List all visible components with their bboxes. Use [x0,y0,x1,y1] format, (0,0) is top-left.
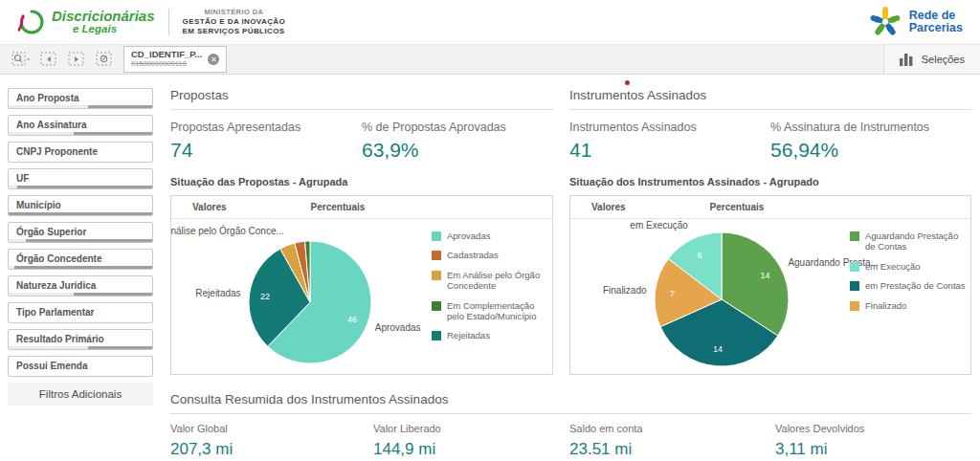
slice-value: 14 [713,344,723,354]
legend-label: Aprovadas [447,230,490,241]
filter-natureza-juridica[interactable]: Natureza Jurídica [8,275,153,296]
filter-ano-assinatura[interactable]: Ano Assinatura [8,115,153,136]
kpi-pct-propostas-aprovadas: % de Propostas Aprovadas 63,9% [362,121,553,162]
filter-ano-proposta[interactable]: Ano Proposta [8,88,153,109]
legend-swatch [432,251,441,260]
kpi-pct-assinatura: % Assinatura de Instrumentos 56,94% [770,121,971,162]
legend-item-em-prestacao-de-contas[interactable]: em Prestação de Contas [850,280,967,291]
legend-item-rejeitadas[interactable]: Rejeitadas [432,330,548,340]
resumo-section-title: Consulta Resumida dos Instrumentos Assin… [170,392,971,414]
legend-label: Rejeitadas [447,330,490,340]
instrumentos-legend: Aguardando Prestação de Contasem Execuçã… [850,230,967,319]
selections-button[interactable]: Seleções [883,45,980,74]
app-header: Discricionárias e Legais MINISTÉRIO DA G… [0,0,980,44]
tab-valores[interactable]: Valores [591,202,626,212]
filter-scrollbar[interactable] [9,293,152,296]
slice-value: 7 [670,289,675,298]
rede-parcerias-logo: Rede de Parcerias [868,5,963,39]
selection-tab-value: 01580000000118 [131,60,202,69]
legend-item-em-analise-pelo-orgao-concedente[interactable]: Em Análise pelo Órgão Concedente [432,270,548,292]
slice-value: 22 [260,292,270,301]
close-icon[interactable]: ✕ [208,54,219,65]
filter-scrollbar[interactable] [9,266,152,269]
legend-swatch [432,331,441,340]
legend-item-cadastradas[interactable]: Cadastradas [432,250,548,260]
tab-percentuais[interactable]: Percentuais [710,202,765,212]
legend-swatch [432,271,441,280]
app-logo-line2: e Legais [73,24,155,35]
clear-selections-icon[interactable] [95,51,114,68]
kpi-instrumentos-assinados: Instrumentos Assinados 41 [569,121,770,162]
filter-possui-emenda[interactable]: Possui Emenda [8,356,153,377]
filter-tipo-parlamentar[interactable]: Tipo Parlamentar [8,302,153,323]
slice-value: 6 [698,251,702,260]
filter-cnpj-proponente[interactable]: CNPJ Proponente [8,142,153,163]
slice-value: 14 [760,271,769,280]
legend-label: em Execução [865,261,921,272]
legend-item-finalizado[interactable]: Finalizado [850,300,967,311]
legend-swatch [850,262,859,272]
instrumentos-section: Instrumentos Assinados Instrumentos Assi… [569,88,971,375]
legend-item-em-complementacao-pelo-estado-municipio[interactable]: Em Complementação pelo Estado/Município [432,300,548,322]
legend-swatch [850,301,859,311]
slice-label: Rejeitadas [195,288,240,298]
step-back-icon[interactable] [39,51,58,68]
tab-valores[interactable]: Valores [192,202,227,212]
legend-label: em Prestação de Contas [865,280,966,291]
propostas-section: Propostas Propostas Apresentadas 74 % de… [170,88,553,375]
red-dot-marker [625,80,630,85]
filter-scrollbar[interactable] [9,105,152,108]
selections-icon [900,54,913,66]
partner-logo-line2: Parcerias [909,22,963,35]
kpi-valores-devolvidos: Valores Devolvidos 3,11 mi [775,423,971,459]
instrumentos-section-title: Instrumentos Assinados [569,88,971,110]
step-forward-icon[interactable] [67,51,86,68]
rede-parcerias-star-icon [868,5,902,39]
legend-item-aprovadas[interactable]: Aprovadas [432,230,548,241]
kpi-propostas-apresentadas: Propostas Apresentadas 74 [170,121,362,162]
kpi-saldo-em-conta: Saldo em conta 23.51 mi [569,423,775,459]
tab-percentuais[interactable]: Percentuais [311,202,366,212]
filter-scrollbar[interactable] [9,186,152,188]
filter-label: CNPJ Proponente [9,143,152,161]
filter-resultado-primario[interactable]: Resultado Primário [8,329,153,350]
slice-value: 46 [347,315,357,324]
app-logo: Discricionárias e Legais MINISTÉRIO DA G… [17,8,285,36]
instrumentos-chart-title: Situação dos Instrumentos Assinados - Ag… [569,176,971,187]
smart-search-icon[interactable] [11,51,31,68]
legend-label: Em Complementação pelo Estado/Município [447,300,548,322]
filter-orgao-concedente[interactable]: Órgão Concedente [8,249,153,270]
filter-label: Tipo Parlamentar [9,303,152,321]
legend-swatch [432,301,441,311]
propostas-chart-title: Situação das Propostas - Agrupada [170,176,553,187]
kpi-valor-liberado: Valor Liberado 144,9 mi [373,423,569,459]
additional-filters-button[interactable]: Filtros Adicionais [8,383,153,406]
filter-uf[interactable]: UF [8,168,153,189]
filter-municipio[interactable]: Município [8,195,153,216]
app-logo-line1: Discricionárias [52,9,155,23]
filter-scrollbar[interactable] [9,132,152,135]
slice-label: Aprovadas [375,322,421,333]
resumo-section: Consulta Resumida dos Instrumentos Assin… [170,392,971,459]
legend-item-aguardando-prestacao-de-contas[interactable]: Aguardando Prestação de Contas [850,230,967,252]
propostas-section-title: Propostas [170,88,553,110]
kpi-valor-global: Valor Global 207,3 mi [170,423,373,459]
selection-bar: CD_IDENTIF_P... 01580000000118 ✕ Seleçõe… [0,44,980,75]
legend-swatch [850,231,859,241]
selection-tab[interactable]: CD_IDENTIF_P... 01580000000118 ✕ [123,46,227,73]
filter-orgao-superior[interactable]: Órgão Superior [8,222,153,243]
legend-swatch [850,281,859,291]
slice-label: Finalizado [603,285,647,296]
instrumentos-pie-chart: Valores Percentuais 14Aguardando Presta.… [569,195,971,375]
legend-swatch [432,231,441,241]
slice-label: Em Análise pelo Órgão Conce... [171,225,284,236]
header-divider [168,9,169,35]
filter-scrollbar[interactable] [9,212,152,215]
filter-sidebar: Ano PropostaAno AssinaturaCNPJ Proponent… [8,88,153,406]
filter-scrollbar[interactable] [9,239,152,242]
filter-scrollbar[interactable] [9,346,152,349]
selections-button-label: Seleções [922,54,965,65]
propostas-legend: AprovadasCadastradasEm Análise pelo Órgã… [432,230,548,350]
filter-label: Possui Emenda [9,357,152,375]
legend-item-em-execucao[interactable]: em Execução [850,261,967,272]
